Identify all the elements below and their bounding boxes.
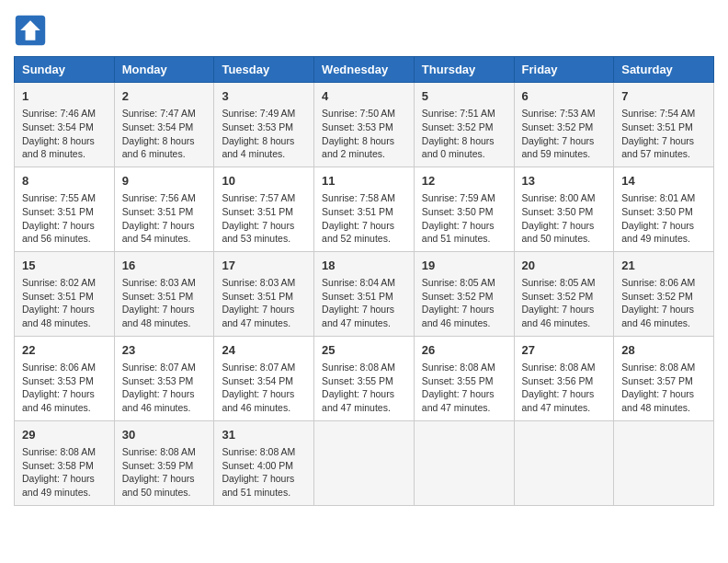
day-number: 17	[222, 258, 306, 274]
day-info: Sunrise: 7:58 AM Sunset: 3:51 PM Dayligh…	[322, 191, 406, 246]
day-info: Sunrise: 8:07 AM Sunset: 3:53 PM Dayligh…	[122, 361, 207, 415]
day-info: Sunrise: 7:55 AM Sunset: 3:51 PM Dayligh…	[22, 191, 107, 246]
day-info: Sunrise: 8:00 AM Sunset: 3:50 PM Dayligh…	[522, 191, 607, 246]
day-cell: 4Sunrise: 7:50 AM Sunset: 3:53 PM Daylig…	[314, 83, 415, 167]
day-number: 13	[522, 173, 607, 190]
day-number: 8	[22, 173, 107, 190]
day-cell: 5Sunrise: 7:51 AM Sunset: 3:52 PM Daylig…	[414, 83, 514, 167]
day-cell: 24Sunrise: 8:07 AM Sunset: 3:54 PM Dayli…	[214, 336, 314, 420]
day-info: Sunrise: 8:03 AM Sunset: 3:51 PM Dayligh…	[122, 276, 207, 330]
day-cell: 31Sunrise: 8:08 AM Sunset: 4:00 PM Dayli…	[214, 420, 314, 505]
day-number: 14	[621, 173, 706, 190]
day-info: Sunrise: 8:07 AM Sunset: 3:54 PM Dayligh…	[222, 361, 306, 415]
day-cell: 11Sunrise: 7:58 AM Sunset: 3:51 PM Dayli…	[314, 167, 415, 251]
day-info: Sunrise: 7:51 AM Sunset: 3:52 PM Dayligh…	[422, 107, 506, 161]
day-cell: 20Sunrise: 8:05 AM Sunset: 3:52 PM Dayli…	[514, 251, 614, 336]
day-cell: 25Sunrise: 8:08 AM Sunset: 3:55 PM Dayli…	[314, 336, 415, 420]
day-number: 10	[222, 173, 306, 190]
day-cell	[614, 420, 714, 505]
day-cell: 18Sunrise: 8:04 AM Sunset: 3:51 PM Dayli…	[314, 251, 415, 336]
day-info: Sunrise: 7:59 AM Sunset: 3:50 PM Dayligh…	[422, 191, 506, 246]
logo-icon	[14, 14, 47, 47]
day-info: Sunrise: 8:08 AM Sunset: 3:55 PM Dayligh…	[322, 361, 406, 415]
week-row-3: 15Sunrise: 8:02 AM Sunset: 3:51 PM Dayli…	[15, 251, 714, 336]
day-number: 27	[522, 342, 607, 359]
column-header-sunday: Sunday	[15, 57, 115, 83]
day-cell: 23Sunrise: 8:07 AM Sunset: 3:53 PM Dayli…	[114, 336, 214, 420]
day-info: Sunrise: 8:06 AM Sunset: 3:53 PM Dayligh…	[22, 361, 107, 415]
day-number: 20	[522, 258, 607, 274]
day-cell: 3Sunrise: 7:49 AM Sunset: 3:53 PM Daylig…	[214, 83, 314, 167]
day-number: 6	[522, 88, 607, 105]
day-info: Sunrise: 8:08 AM Sunset: 3:56 PM Dayligh…	[522, 361, 607, 415]
day-number: 5	[422, 88, 506, 105]
day-info: Sunrise: 8:05 AM Sunset: 3:52 PM Dayligh…	[422, 276, 506, 330]
day-number: 19	[422, 258, 506, 274]
day-info: Sunrise: 8:01 AM Sunset: 3:50 PM Dayligh…	[621, 191, 706, 246]
day-cell	[514, 420, 614, 505]
day-number: 1	[22, 88, 107, 105]
day-number: 23	[122, 342, 207, 359]
day-cell: 14Sunrise: 8:01 AM Sunset: 3:50 PM Dayli…	[614, 167, 714, 251]
day-number: 22	[22, 342, 107, 359]
day-cell: 21Sunrise: 8:06 AM Sunset: 3:52 PM Dayli…	[614, 251, 714, 336]
day-number: 9	[122, 173, 207, 190]
day-info: Sunrise: 8:08 AM Sunset: 4:00 PM Dayligh…	[222, 445, 306, 500]
day-cell	[314, 420, 415, 505]
day-cell: 29Sunrise: 8:08 AM Sunset: 3:58 PM Dayli…	[15, 420, 115, 505]
day-number: 30	[122, 427, 207, 443]
day-number: 29	[22, 427, 107, 443]
day-number: 11	[322, 173, 406, 190]
day-info: Sunrise: 7:54 AM Sunset: 3:51 PM Dayligh…	[621, 107, 706, 161]
day-info: Sunrise: 8:06 AM Sunset: 3:52 PM Dayligh…	[621, 276, 706, 330]
logo	[14, 14, 51, 47]
calendar-table: SundayMondayTuesdayWednesdayThursdayFrid…	[14, 56, 714, 506]
day-cell: 15Sunrise: 8:02 AM Sunset: 3:51 PM Dayli…	[15, 251, 115, 336]
day-info: Sunrise: 7:53 AM Sunset: 3:52 PM Dayligh…	[522, 107, 607, 161]
day-cell: 13Sunrise: 8:00 AM Sunset: 3:50 PM Dayli…	[514, 167, 614, 251]
day-info: Sunrise: 8:08 AM Sunset: 3:57 PM Dayligh…	[621, 361, 706, 415]
day-info: Sunrise: 8:04 AM Sunset: 3:51 PM Dayligh…	[322, 276, 406, 330]
day-number: 31	[222, 427, 306, 443]
day-info: Sunrise: 7:49 AM Sunset: 3:53 PM Dayligh…	[222, 107, 306, 161]
day-number: 16	[122, 258, 207, 274]
day-number: 4	[322, 88, 406, 105]
day-cell: 26Sunrise: 8:08 AM Sunset: 3:55 PM Dayli…	[414, 336, 514, 420]
day-cell: 9Sunrise: 7:56 AM Sunset: 3:51 PM Daylig…	[114, 167, 214, 251]
day-cell: 19Sunrise: 8:05 AM Sunset: 3:52 PM Dayli…	[414, 251, 514, 336]
day-number: 2	[122, 88, 207, 105]
day-cell: 17Sunrise: 8:03 AM Sunset: 3:51 PM Dayli…	[214, 251, 314, 336]
week-row-2: 8Sunrise: 7:55 AM Sunset: 3:51 PM Daylig…	[15, 167, 714, 251]
column-header-monday: Monday	[114, 57, 214, 83]
day-info: Sunrise: 8:03 AM Sunset: 3:51 PM Dayligh…	[222, 276, 306, 330]
week-row-4: 22Sunrise: 8:06 AM Sunset: 3:53 PM Dayli…	[15, 336, 714, 420]
day-info: Sunrise: 7:47 AM Sunset: 3:54 PM Dayligh…	[122, 107, 207, 161]
day-number: 15	[22, 258, 107, 274]
day-cell: 12Sunrise: 7:59 AM Sunset: 3:50 PM Dayli…	[414, 167, 514, 251]
day-cell	[414, 420, 514, 505]
day-cell: 27Sunrise: 8:08 AM Sunset: 3:56 PM Dayli…	[514, 336, 614, 420]
column-header-saturday: Saturday	[614, 57, 714, 83]
week-row-1: 1Sunrise: 7:46 AM Sunset: 3:54 PM Daylig…	[15, 83, 714, 167]
day-info: Sunrise: 8:02 AM Sunset: 3:51 PM Dayligh…	[22, 276, 107, 330]
day-number: 21	[621, 258, 706, 274]
column-header-tuesday: Tuesday	[214, 57, 314, 83]
day-info: Sunrise: 8:08 AM Sunset: 3:58 PM Dayligh…	[22, 445, 107, 500]
header	[14, 14, 714, 47]
day-number: 7	[621, 88, 706, 105]
day-cell: 22Sunrise: 8:06 AM Sunset: 3:53 PM Dayli…	[15, 336, 115, 420]
day-number: 12	[422, 173, 506, 190]
day-info: Sunrise: 8:05 AM Sunset: 3:52 PM Dayligh…	[522, 276, 607, 330]
day-info: Sunrise: 7:57 AM Sunset: 3:51 PM Dayligh…	[222, 191, 306, 246]
day-cell: 30Sunrise: 8:08 AM Sunset: 3:59 PM Dayli…	[114, 420, 214, 505]
day-info: Sunrise: 8:08 AM Sunset: 3:55 PM Dayligh…	[422, 361, 506, 415]
day-info: Sunrise: 8:08 AM Sunset: 3:59 PM Dayligh…	[122, 445, 207, 500]
column-header-friday: Friday	[514, 57, 614, 83]
day-number: 26	[422, 342, 506, 359]
day-info: Sunrise: 7:46 AM Sunset: 3:54 PM Dayligh…	[22, 107, 107, 161]
week-row-5: 29Sunrise: 8:08 AM Sunset: 3:58 PM Dayli…	[15, 420, 714, 505]
day-cell: 7Sunrise: 7:54 AM Sunset: 3:51 PM Daylig…	[614, 83, 714, 167]
day-cell: 2Sunrise: 7:47 AM Sunset: 3:54 PM Daylig…	[114, 83, 214, 167]
day-number: 3	[222, 88, 306, 105]
day-cell: 8Sunrise: 7:55 AM Sunset: 3:51 PM Daylig…	[15, 167, 115, 251]
